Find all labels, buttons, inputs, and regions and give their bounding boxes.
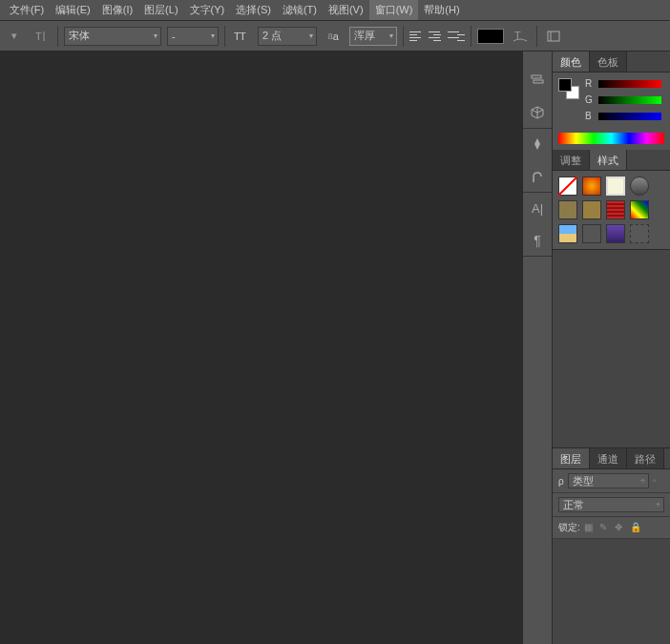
style-white[interactable] <box>606 177 625 196</box>
paragraph-icon[interactable]: ¶ <box>528 231 547 250</box>
style-red[interactable] <box>606 200 625 219</box>
lock-transparency-icon[interactable]: ▦ <box>584 522 596 533</box>
style-gold[interactable] <box>582 200 601 219</box>
style-sand[interactable] <box>558 200 577 219</box>
foreground-color[interactable] <box>558 78 572 92</box>
green-slider[interactable] <box>598 96 661 104</box>
menu-view[interactable]: 视图(V) <box>323 0 369 20</box>
style-chrome[interactable] <box>630 177 649 196</box>
lock-all-icon[interactable]: 🔒 <box>630 522 641 533</box>
align-left-button[interactable] <box>409 28 427 45</box>
style-none[interactable] <box>558 177 577 196</box>
antialias-icon: aa <box>323 26 344 47</box>
text-align-group <box>409 28 465 45</box>
tab-adjustments[interactable]: 调整 <box>553 150 590 170</box>
menu-filter[interactable]: 滤镜(T) <box>277 0 323 20</box>
style-purple[interactable] <box>606 224 625 243</box>
font-style-dropdown[interactable]: - <box>167 27 219 46</box>
workspace: A| ¶ 颜色 色板 R G B 调整 样式 <box>0 52 670 644</box>
history-panel-icon[interactable] <box>528 71 547 90</box>
antialias-dropdown[interactable]: 浑厚 <box>349 27 397 46</box>
filter-search-icon[interactable]: ρ <box>558 476 564 487</box>
presets-dropdown-icon[interactable]: ▾ <box>4 26 25 47</box>
font-family-label: 宋体 <box>69 29 90 43</box>
font-size-label: 2 点 <box>262 29 282 43</box>
font-family-dropdown[interactable]: 宋体 <box>64 27 161 46</box>
align-center-button[interactable] <box>429 28 446 45</box>
menu-layer[interactable]: 图层(L) <box>138 0 183 20</box>
r-label: R <box>585 78 595 89</box>
lock-position-icon[interactable]: ✥ <box>615 522 626 533</box>
svg-line-8 <box>558 177 577 196</box>
menu-image[interactable]: 图像(I) <box>96 0 138 20</box>
character-icon[interactable]: A| <box>528 198 547 218</box>
menu-help[interactable]: 帮助(H) <box>418 0 465 20</box>
style-pattern[interactable] <box>582 224 601 243</box>
menu-type[interactable]: 文字(Y) <box>184 0 231 20</box>
menu-bar: 文件(F) 编辑(E) 图像(I) 图层(L) 文字(Y) 选择(S) 滤镜(T… <box>0 0 670 21</box>
align-right-button[interactable] <box>448 28 465 45</box>
menu-select[interactable]: 选择(S) <box>230 0 277 20</box>
font-size-dropdown[interactable]: 2 点 <box>258 27 317 46</box>
adjust-panel-tabs: 调整 样式 <box>553 150 670 171</box>
font-size-icon: TT <box>231 26 252 47</box>
red-slider[interactable] <box>598 80 661 88</box>
canvas-area[interactable] <box>0 52 522 644</box>
style-blank[interactable] <box>630 224 649 243</box>
svg-rect-4 <box>548 31 559 41</box>
filter-pixel-icon[interactable]: ▫ <box>653 475 664 487</box>
menu-window[interactable]: 窗口(W) <box>369 0 419 20</box>
menu-file[interactable]: 文件(F) <box>4 0 50 20</box>
tab-channels[interactable]: 通道 <box>590 448 627 468</box>
tab-styles[interactable]: 样式 <box>590 150 627 170</box>
svg-text:T: T <box>240 31 246 42</box>
layer-filter-label: 类型 <box>573 474 594 488</box>
tab-color[interactable]: 颜色 <box>553 52 590 72</box>
svg-rect-6 <box>532 75 541 78</box>
styles-panel <box>553 171 670 249</box>
3d-panel-icon[interactable] <box>528 103 547 122</box>
character-panel-icon[interactable] <box>543 26 564 47</box>
blend-mode-dropdown[interactable]: 正常 <box>558 497 664 512</box>
blue-slider[interactable] <box>598 113 661 120</box>
font-style-label: - <box>172 31 176 42</box>
menu-edit[interactable]: 编辑(E) <box>50 0 96 20</box>
brush-panel-icon[interactable] <box>528 135 547 154</box>
brush-presets-icon[interactable] <box>528 167 547 186</box>
tab-swatches[interactable]: 色板 <box>590 52 627 72</box>
color-panel-tabs: 颜色 色板 <box>553 52 670 73</box>
svg-rect-7 <box>534 80 543 83</box>
collapsed-panel-bar: A| ¶ <box>522 52 552 644</box>
text-orientation-icon[interactable]: T <box>31 26 52 47</box>
options-bar: ▾ T 宋体 - TT 2 点 aa 浑厚 T <box>0 21 670 52</box>
warp-text-icon[interactable]: T <box>510 26 531 47</box>
lock-label: 锁定: <box>558 521 580 534</box>
color-spectrum[interactable] <box>558 133 664 144</box>
antialias-label: 浑厚 <box>354 29 375 43</box>
tab-layers[interactable]: 图层 <box>553 448 590 468</box>
style-orange[interactable] <box>582 177 601 196</box>
layers-panel: ρ 类型 ▫ 正常 锁定: ▦ ✎ ✥ 🔒 <box>553 469 670 644</box>
layers-list <box>553 539 670 644</box>
text-color-swatch[interactable] <box>477 29 504 44</box>
color-panel: R G B <box>553 73 670 150</box>
fg-bg-colors[interactable] <box>558 78 579 99</box>
layer-filter-dropdown[interactable]: 类型 <box>568 473 649 488</box>
svg-text:T: T <box>35 31 42 42</box>
svg-text:T: T <box>514 30 521 41</box>
layers-panel-tabs: 图层 通道 路径 <box>553 448 670 469</box>
tab-paths[interactable]: 路径 <box>627 448 664 468</box>
svg-text:T: T <box>234 31 241 42</box>
style-multi[interactable] <box>630 200 649 219</box>
blend-mode-label: 正常 <box>563 498 584 512</box>
panel-gap <box>553 249 670 448</box>
g-label: G <box>585 94 595 105</box>
style-sky[interactable] <box>558 224 577 243</box>
right-panels: 颜色 色板 R G B 调整 样式 <box>552 52 670 644</box>
lock-pixels-icon[interactable]: ✎ <box>599 522 611 533</box>
b-label: B <box>585 111 595 121</box>
